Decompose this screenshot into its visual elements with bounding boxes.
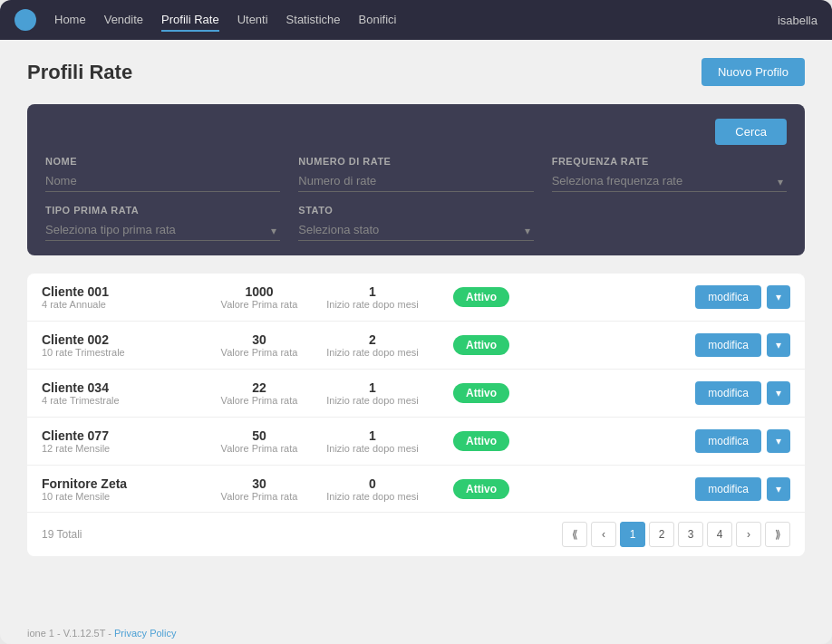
row-months-label-1: Inizio rate dopo mesi <box>314 347 431 358</box>
page-1-button[interactable]: 1 <box>620 522 645 547</box>
row-sub-3: 12 rate Mensile <box>42 443 205 454</box>
stato-select[interactable]: Seleziona stato <box>298 219 533 241</box>
row-sub-1: 10 rate Trimestrale <box>42 347 205 358</box>
row-months-label-4: Inizio rate dopo mesi <box>314 491 431 502</box>
row-name-1: Cliente 002 <box>42 332 205 347</box>
modifica-button-3[interactable]: modifica <box>695 429 761 453</box>
col-actions-2: modifica ▾ <box>531 381 790 405</box>
col-number-4: 30 Valore Prima rata <box>214 476 305 502</box>
col-status-3: Attivo <box>440 431 522 451</box>
nav-vendite[interactable]: Vendite <box>104 9 143 32</box>
page-next-button[interactable]: › <box>736 522 761 547</box>
page-3-button[interactable]: 3 <box>678 522 703 547</box>
page-prev-button[interactable]: ‹ <box>591 522 616 547</box>
table-row: Cliente 034 4 rate Trimestrale 22 Valore… <box>27 370 805 418</box>
frequenza-select[interactable]: Seleziona frequenza rate <box>552 170 787 192</box>
row-name-0: Cliente 001 <box>42 284 205 299</box>
footer: ione 1 - V.1.12.5T - Privacy Policy <box>0 622 832 644</box>
status-badge-3: Attivo <box>453 431 509 451</box>
row-name-3: Cliente 077 <box>42 428 205 443</box>
row-months-4: 0 <box>314 476 431 491</box>
row-number-0: 1000 <box>214 284 305 299</box>
col-name-3: Cliente 077 12 rate Mensile <box>42 428 205 454</box>
col-status-2: Attivo <box>440 383 522 403</box>
table-row: Fornitore Zeta 10 rate Mensile 30 Valore… <box>27 466 805 513</box>
row-months-3: 1 <box>314 428 431 443</box>
frequenza-label: FREQUENZA RATE <box>552 156 787 167</box>
row-number-label-4: Valore Prima rata <box>214 491 305 502</box>
numero-input[interactable] <box>298 170 533 192</box>
page-first-button[interactable]: ⟪ <box>562 522 587 547</box>
app-wrapper: Home Vendite Profili Rate Utenti Statist… <box>0 0 832 644</box>
table-row: Cliente 002 10 rate Trimestrale 30 Valor… <box>27 322 805 370</box>
row-number-3: 50 <box>214 428 305 443</box>
arrow-button-3[interactable]: ▾ <box>767 429 790 453</box>
col-name-2: Cliente 034 4 rate Trimestrale <box>42 380 205 406</box>
nav-bonifici[interactable]: Bonifici <box>359 9 397 32</box>
app-logo <box>15 9 36 31</box>
cerca-button[interactable]: Cerca <box>715 119 787 145</box>
navbar: Home Vendite Profili Rate Utenti Statist… <box>0 0 832 40</box>
col-status-1: Attivo <box>440 335 522 355</box>
col-number-3: 50 Valore Prima rata <box>214 428 305 454</box>
page-title: Profili Rate <box>27 61 132 84</box>
page-4-button[interactable]: 4 <box>707 522 732 547</box>
row-name-2: Cliente 034 <box>42 380 205 395</box>
col-number-1: 30 Valore Prima rata <box>214 332 305 358</box>
table-body: Cliente 001 4 rate Annuale 1000 Valore P… <box>27 274 805 513</box>
nav-profili-rate[interactable]: Profili Rate <box>161 9 219 32</box>
col-months-0: 1 Inizio rate dopo mesi <box>314 284 431 310</box>
col-actions-1: modifica ▾ <box>531 333 790 357</box>
col-actions-4: modifica ▾ <box>531 477 790 501</box>
privacy-policy-link[interactable]: Privacy Policy <box>114 628 176 639</box>
status-badge-4: Attivo <box>453 479 509 499</box>
filter-tipo: TIPO PRIMA RATA Seleziona tipo prima rat… <box>45 205 280 241</box>
filter-nome: NOME <box>45 156 280 192</box>
col-number-2: 22 Valore Prima rata <box>214 380 305 406</box>
tipo-select-wrapper: Seleziona tipo prima rata <box>45 219 280 241</box>
modifica-button-2[interactable]: modifica <box>695 381 761 405</box>
main-content: Profili Rate Nuovo Profilo Cerca NOME NU… <box>0 40 832 622</box>
row-months-label-3: Inizio rate dopo mesi <box>314 443 431 454</box>
row-sub-0: 4 rate Annuale <box>42 299 205 310</box>
row-number-1: 30 <box>214 332 305 347</box>
col-months-3: 1 Inizio rate dopo mesi <box>314 428 431 454</box>
nav-statistiche[interactable]: Statistiche <box>286 9 341 32</box>
nav-links: Home Vendite Profili Rate Utenti Statist… <box>54 9 778 32</box>
modifica-button-4[interactable]: modifica <box>695 477 761 501</box>
filter-panel: Cerca NOME NUMERO DI RATE FREQUENZA RATE… <box>27 104 805 255</box>
col-name-0: Cliente 001 4 rate Annuale <box>42 284 205 310</box>
arrow-button-0[interactable]: ▾ <box>767 285 790 309</box>
row-months-2: 1 <box>314 380 431 395</box>
row-months-label-2: Inizio rate dopo mesi <box>314 395 431 406</box>
numero-label: NUMERO DI RATE <box>298 156 533 167</box>
nuovo-profilo-button[interactable]: Nuovo Profilo <box>701 58 805 86</box>
modifica-button-0[interactable]: modifica <box>695 285 761 309</box>
tipo-select[interactable]: Seleziona tipo prima rata <box>45 219 280 241</box>
col-months-2: 1 Inizio rate dopo mesi <box>314 380 431 406</box>
pagination-controls: ⟪ ‹ 1 2 3 4 › ⟫ <box>562 522 790 547</box>
arrow-button-4[interactable]: ▾ <box>767 477 790 501</box>
row-number-label-3: Valore Prima rata <box>214 443 305 454</box>
nav-home[interactable]: Home <box>54 9 86 32</box>
arrow-button-2[interactable]: ▾ <box>767 381 790 405</box>
row-number-label-1: Valore Prima rata <box>214 347 305 358</box>
pagination-bar: 19 Totali ⟪ ‹ 1 2 3 4 › ⟫ <box>27 512 805 556</box>
page-last-button[interactable]: ⟫ <box>765 522 790 547</box>
page-header: Profili Rate Nuovo Profilo <box>27 58 805 86</box>
col-actions-3: modifica ▾ <box>531 429 790 453</box>
status-badge-0: Attivo <box>453 287 509 307</box>
page-2-button[interactable]: 2 <box>649 522 674 547</box>
modifica-button-1[interactable]: modifica <box>695 333 761 357</box>
arrow-button-1[interactable]: ▾ <box>767 333 790 357</box>
nome-input[interactable] <box>45 170 280 192</box>
frequenza-select-wrapper: Seleziona frequenza rate <box>552 170 787 192</box>
total-label: 19 Totali <box>42 528 82 541</box>
row-number-2: 22 <box>214 380 305 395</box>
table-container: Cliente 001 4 rate Annuale 1000 Valore P… <box>27 274 805 556</box>
row-months-label-0: Inizio rate dopo mesi <box>314 299 431 310</box>
nav-utenti[interactable]: Utenti <box>237 9 268 32</box>
status-badge-2: Attivo <box>453 383 509 403</box>
filter-row-1: NOME NUMERO DI RATE FREQUENZA RATE Selez… <box>45 156 787 192</box>
row-number-label-0: Valore Prima rata <box>214 299 305 310</box>
